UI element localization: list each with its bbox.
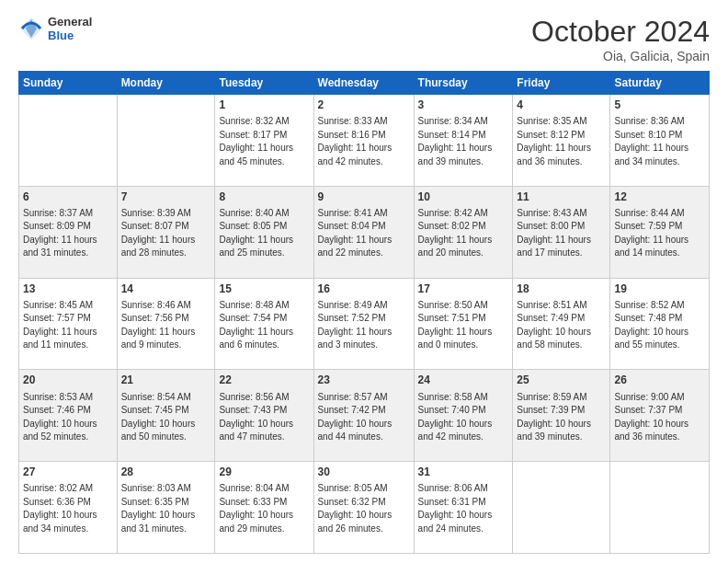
day-info: Sunrise: 8:53 AM Sunset: 7:46 PM Dayligh… [23,392,97,442]
calendar-cell [513,462,610,554]
day-info: Sunrise: 8:02 AM Sunset: 6:36 PM Dayligh… [23,483,97,534]
day-number: 7 [121,190,211,204]
day-number: 12 [614,190,705,204]
day-info: Sunrise: 8:33 AM Sunset: 8:16 PM Dayligh… [318,116,392,167]
calendar-cell: 9Sunrise: 8:41 AM Sunset: 8:04 PM Daylig… [313,186,414,278]
calendar-cell: 16Sunrise: 8:49 AM Sunset: 7:52 PM Dayli… [313,278,414,370]
logo: General Blue [18,15,92,42]
day-info: Sunrise: 8:58 AM Sunset: 7:40 PM Dayligh… [418,392,493,442]
calendar-cell: 12Sunrise: 8:44 AM Sunset: 7:59 PM Dayli… [610,186,710,278]
calendar-cell: 5Sunrise: 8:36 AM Sunset: 8:10 PM Daylig… [610,95,710,187]
calendar-cell: 14Sunrise: 8:46 AM Sunset: 7:56 PM Dayli… [117,278,215,370]
calendar-cell: 18Sunrise: 8:51 AM Sunset: 7:49 PM Dayli… [513,278,610,370]
day-info: Sunrise: 8:56 AM Sunset: 7:43 PM Dayligh… [219,392,293,442]
calendar-cell [610,462,710,554]
calendar-cell: 2Sunrise: 8:33 AM Sunset: 8:16 PM Daylig… [313,95,414,187]
day-info: Sunrise: 8:48 AM Sunset: 7:54 PM Dayligh… [219,300,293,350]
day-info: Sunrise: 8:46 AM Sunset: 7:56 PM Dayligh… [121,300,196,350]
day-header-sunday: Sunday [19,72,118,95]
calendar-cell: 19Sunrise: 8:52 AM Sunset: 7:48 PM Dayli… [610,278,710,370]
calendar-cell: 10Sunrise: 8:42 AM Sunset: 8:02 PM Dayli… [414,186,513,278]
day-header-wednesday: Wednesday [313,72,414,95]
day-info: Sunrise: 8:49 AM Sunset: 7:52 PM Dayligh… [318,300,392,350]
day-number: 13 [23,282,113,296]
calendar-cell: 17Sunrise: 8:50 AM Sunset: 7:51 PM Dayli… [414,278,513,370]
day-info: Sunrise: 8:54 AM Sunset: 7:45 PM Dayligh… [121,392,196,442]
day-info: Sunrise: 8:37 AM Sunset: 8:09 PM Dayligh… [23,208,97,259]
month-title: October 2024 [531,15,710,49]
calendar-cell: 6Sunrise: 8:37 AM Sunset: 8:09 PM Daylig… [19,186,118,278]
day-info: Sunrise: 8:59 AM Sunset: 7:39 PM Dayligh… [517,392,591,442]
day-number: 22 [219,373,309,387]
calendar-cell: 21Sunrise: 8:54 AM Sunset: 7:45 PM Dayli… [117,370,215,462]
day-info: Sunrise: 8:39 AM Sunset: 8:07 PM Dayligh… [121,208,196,259]
day-number: 31 [418,465,509,479]
calendar-cell: 31Sunrise: 8:06 AM Sunset: 6:31 PM Dayli… [414,462,513,554]
day-number: 29 [219,465,309,479]
day-header-saturday: Saturday [610,72,710,95]
day-number: 26 [614,373,705,387]
day-number: 8 [219,190,309,204]
day-header-friday: Friday [513,72,610,95]
day-number: 19 [614,282,705,296]
calendar-cell: 29Sunrise: 8:04 AM Sunset: 6:33 PM Dayli… [215,462,313,554]
day-info: Sunrise: 8:42 AM Sunset: 8:02 PM Dayligh… [418,208,493,259]
calendar-cell: 8Sunrise: 8:40 AM Sunset: 8:05 PM Daylig… [215,186,313,278]
day-number: 11 [517,190,606,204]
day-header-monday: Monday [117,72,215,95]
day-header-thursday: Thursday [414,72,513,95]
logo-general: General [48,15,92,29]
calendar-cell [19,95,118,187]
day-number: 2 [318,98,410,112]
calendar-cell: 7Sunrise: 8:39 AM Sunset: 8:07 PM Daylig… [117,186,215,278]
day-number: 15 [219,282,309,296]
day-number: 23 [318,373,410,387]
day-info: Sunrise: 8:51 AM Sunset: 7:49 PM Dayligh… [517,300,591,350]
day-number: 14 [121,282,211,296]
day-number: 27 [23,465,113,479]
calendar-cell [117,95,215,187]
day-info: Sunrise: 8:41 AM Sunset: 8:04 PM Dayligh… [318,208,392,259]
calendar-cell: 26Sunrise: 9:00 AM Sunset: 7:37 PM Dayli… [610,370,710,462]
logo-icon [18,16,44,41]
calendar-cell: 25Sunrise: 8:59 AM Sunset: 7:39 PM Dayli… [513,370,610,462]
day-header-tuesday: Tuesday [215,72,313,95]
day-number: 5 [614,98,705,112]
day-info: Sunrise: 8:44 AM Sunset: 7:59 PM Dayligh… [614,208,688,259]
calendar: SundayMondayTuesdayWednesdayThursdayFrid… [18,71,710,554]
calendar-cell: 28Sunrise: 8:03 AM Sunset: 6:35 PM Dayli… [117,462,215,554]
calendar-cell: 30Sunrise: 8:05 AM Sunset: 6:32 PM Dayli… [313,462,414,554]
day-number: 25 [517,373,606,387]
day-number: 6 [23,190,113,204]
day-info: Sunrise: 8:03 AM Sunset: 6:35 PM Dayligh… [121,483,196,534]
day-info: Sunrise: 8:50 AM Sunset: 7:51 PM Dayligh… [418,300,493,350]
day-info: Sunrise: 8:43 AM Sunset: 8:00 PM Dayligh… [517,208,591,259]
day-info: Sunrise: 8:36 AM Sunset: 8:10 PM Dayligh… [614,116,688,167]
calendar-week-row: 27Sunrise: 8:02 AM Sunset: 6:36 PM Dayli… [19,462,710,554]
calendar-cell: 11Sunrise: 8:43 AM Sunset: 8:00 PM Dayli… [513,186,610,278]
day-number: 24 [418,373,509,387]
day-number: 3 [418,98,509,112]
calendar-cell: 4Sunrise: 8:35 AM Sunset: 8:12 PM Daylig… [513,95,610,187]
logo-blue: Blue [48,29,92,42]
day-info: Sunrise: 8:57 AM Sunset: 7:42 PM Dayligh… [318,392,392,442]
day-number: 30 [318,465,410,479]
calendar-cell: 27Sunrise: 8:02 AM Sunset: 6:36 PM Dayli… [19,462,118,554]
calendar-cell: 24Sunrise: 8:58 AM Sunset: 7:40 PM Dayli… [414,370,513,462]
location-title: Oia, Galicia, Spain [531,49,710,63]
day-info: Sunrise: 8:04 AM Sunset: 6:33 PM Dayligh… [219,483,293,534]
day-number: 9 [318,190,410,204]
calendar-cell: 3Sunrise: 8:34 AM Sunset: 8:14 PM Daylig… [414,95,513,187]
calendar-cell: 15Sunrise: 8:48 AM Sunset: 7:54 PM Dayli… [215,278,313,370]
day-number: 28 [121,465,211,479]
day-info: Sunrise: 8:35 AM Sunset: 8:12 PM Dayligh… [517,116,591,167]
day-number: 21 [121,373,211,387]
calendar-week-row: 13Sunrise: 8:45 AM Sunset: 7:57 PM Dayli… [19,278,710,370]
day-info: Sunrise: 8:05 AM Sunset: 6:32 PM Dayligh… [318,483,392,534]
day-info: Sunrise: 8:34 AM Sunset: 8:14 PM Dayligh… [418,116,493,167]
day-number: 16 [318,282,410,296]
day-number: 4 [517,98,606,112]
day-number: 1 [219,98,309,112]
calendar-week-row: 20Sunrise: 8:53 AM Sunset: 7:46 PM Dayli… [19,370,710,462]
calendar-cell: 20Sunrise: 8:53 AM Sunset: 7:46 PM Dayli… [19,370,118,462]
